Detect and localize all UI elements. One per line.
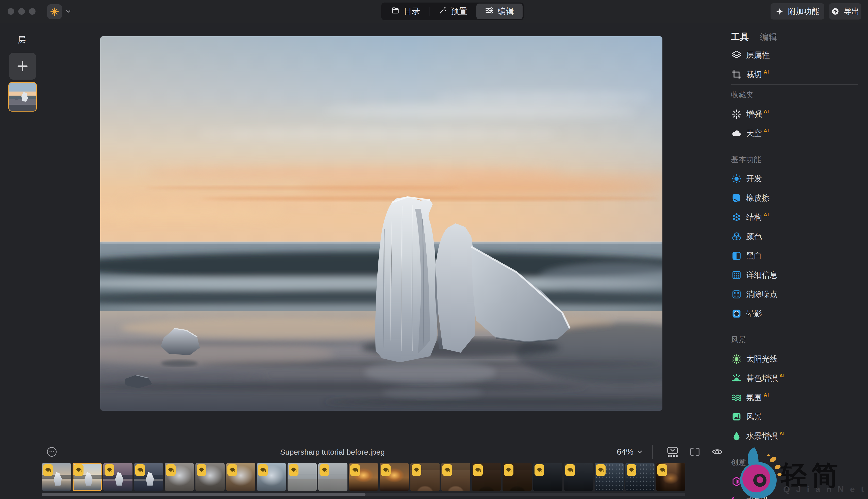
filmstrip-scrollbar-thumb[interactable] xyxy=(42,493,366,496)
twilight-icon xyxy=(731,373,742,384)
tutorial-badge-icon xyxy=(289,464,298,476)
extras-button[interactable]: 附加功能 xyxy=(771,3,824,20)
view-tab-label: 预置 xyxy=(451,6,467,17)
tool-item-layers[interactable]: 层属性 xyxy=(731,46,863,65)
filmstrip-thumb-1[interactable] xyxy=(42,463,71,491)
filmstrip-thumb-19[interactable] xyxy=(595,463,624,491)
tool-item-label: 太阳光线 xyxy=(746,354,778,364)
top-toolbar: 目录预置编辑 附加功能 导出 xyxy=(0,0,868,23)
tutorial-badge-icon xyxy=(627,464,636,476)
tool-item-drop[interactable]: 水景增强AI xyxy=(731,426,863,446)
filmstrip-scrollbar[interactable] xyxy=(42,493,685,496)
zoom-level[interactable]: 64% xyxy=(617,447,633,457)
chevron-down-icon[interactable] xyxy=(637,449,643,455)
export-button-label: 导出 xyxy=(844,6,859,17)
tab-tools[interactable]: 工具 xyxy=(731,31,749,43)
tool-item-label: 晕影 xyxy=(746,308,762,319)
ellipsis-circle-icon xyxy=(46,446,57,458)
filmstrip-thumb-7[interactable] xyxy=(226,463,255,491)
filmstrip-thumb-13[interactable] xyxy=(411,463,440,491)
zoom-window-icon[interactable] xyxy=(29,8,36,15)
layers-panel-title: 层 xyxy=(18,35,26,46)
filmstrip-thumb-17[interactable] xyxy=(533,463,562,491)
tool-item-cloud[interactable]: 天空AI xyxy=(731,124,863,143)
filmstrip-toggle-icon[interactable] xyxy=(666,446,679,458)
tool-item-details[interactable]: 详细信息 xyxy=(731,266,863,285)
sunrays-icon xyxy=(731,353,742,365)
tool-item-label: 橡皮擦 xyxy=(746,193,770,203)
tutorial-badge-icon xyxy=(504,464,513,476)
sparkle-icon xyxy=(775,7,784,16)
filmstrip-thumb-9[interactable] xyxy=(287,463,317,491)
tool-item-eraser[interactable]: 橡皮擦 xyxy=(731,188,863,208)
ai-badge: AI xyxy=(764,128,769,133)
filmstrip-thumb-10[interactable] xyxy=(318,463,347,491)
filmstrip-thumb-4[interactable] xyxy=(134,463,163,491)
tool-item-crop[interactable]: 裁切AI xyxy=(731,65,863,84)
tool-item-drama[interactable]: 戏剧化 xyxy=(731,491,863,499)
tool-item-label: 戏剧化 xyxy=(746,496,770,499)
tool-item-sunrays[interactable]: 太阳光线 xyxy=(731,349,863,369)
filmstrip-thumb-6[interactable] xyxy=(195,463,225,491)
tool-item-structure[interactable]: 结构AI xyxy=(731,208,863,227)
filmstrip-thumb-5[interactable] xyxy=(165,463,194,491)
view-tab-label: 目录 xyxy=(404,6,420,17)
ai-badge: AI xyxy=(764,212,769,217)
filmstrip-thumb-21[interactable] xyxy=(656,463,685,491)
layers-icon xyxy=(731,50,742,61)
minimize-window-icon[interactable] xyxy=(18,8,25,15)
ai-badge: AI xyxy=(764,69,769,75)
eye-icon[interactable] xyxy=(711,446,723,458)
filmstrip-thumb-14[interactable] xyxy=(441,463,470,491)
tool-item-landscape[interactable]: 风景 xyxy=(731,407,863,426)
export-button[interactable]: 导出 xyxy=(829,3,861,20)
tool-item-label: 水景增强AI xyxy=(746,431,785,441)
tool-item-denoise[interactable]: 消除噪点 xyxy=(731,285,863,304)
tab-edits[interactable]: 编辑 xyxy=(760,31,777,43)
depth-icon xyxy=(731,476,742,487)
tutorial-badge-icon xyxy=(197,464,206,476)
vignette-icon xyxy=(731,308,742,319)
layer-thumbnail[interactable] xyxy=(8,82,37,112)
chevron-down-icon[interactable] xyxy=(65,8,72,15)
view-tab-label: 编辑 xyxy=(498,6,514,17)
tutorial-badge-icon xyxy=(473,464,483,476)
tool-item-color[interactable]: 颜色 xyxy=(731,227,863,246)
compare-icon[interactable] xyxy=(689,446,701,458)
view-tab-folder[interactable]: 目录 xyxy=(382,3,429,19)
app-logo-button[interactable] xyxy=(47,4,62,19)
drop-icon xyxy=(731,430,742,442)
view-tab-sliders[interactable]: 编辑 xyxy=(476,3,523,19)
tool-item-depth[interactable]: 光深 xyxy=(731,472,863,491)
tool-item-waves[interactable]: 氛围AI xyxy=(731,388,863,407)
tool-item-vignette[interactable]: 晕影 xyxy=(731,304,863,323)
filmstrip-thumb-2[interactable] xyxy=(73,463,102,491)
more-options-button[interactable] xyxy=(46,446,57,458)
view-tab-wand[interactable]: 预置 xyxy=(430,3,476,19)
filmstrip-thumb-12[interactable] xyxy=(380,463,409,491)
tutorial-badge-icon xyxy=(596,464,606,476)
divider xyxy=(652,445,653,459)
tutorial-badge-icon xyxy=(43,464,53,476)
filmstrip-thumb-20[interactable] xyxy=(626,463,655,491)
tutorial-badge-icon xyxy=(74,464,83,476)
filmstrip-thumb-8[interactable] xyxy=(257,463,286,491)
filmstrip-thumb-3[interactable] xyxy=(103,463,132,491)
close-window-icon[interactable] xyxy=(8,8,14,15)
filmstrip-thumb-16[interactable] xyxy=(502,463,532,491)
photo-canvas[interactable] xyxy=(100,36,663,411)
tool-item-enhance[interactable]: 增强AI xyxy=(731,105,863,124)
tool-item-develop[interactable]: 开发 xyxy=(731,169,863,188)
tool-item-label: 氛围AI xyxy=(746,392,769,403)
tool-item-twilight[interactable]: 暮色增强AI xyxy=(731,369,863,388)
tool-item-bw[interactable]: 黑白 xyxy=(731,246,863,266)
add-layer-button[interactable] xyxy=(9,53,36,80)
tutorial-badge-icon xyxy=(657,464,667,476)
filmstrip-thumb-11[interactable] xyxy=(349,463,378,491)
export-icon xyxy=(831,7,840,16)
tutorial-badge-icon xyxy=(105,464,114,476)
filmstrip-thumb-15[interactable] xyxy=(472,463,501,491)
filmstrip-thumb-18[interactable] xyxy=(564,463,593,491)
window-traffic-lights[interactable] xyxy=(8,8,36,15)
tool-item-label: 消除噪点 xyxy=(746,289,778,300)
